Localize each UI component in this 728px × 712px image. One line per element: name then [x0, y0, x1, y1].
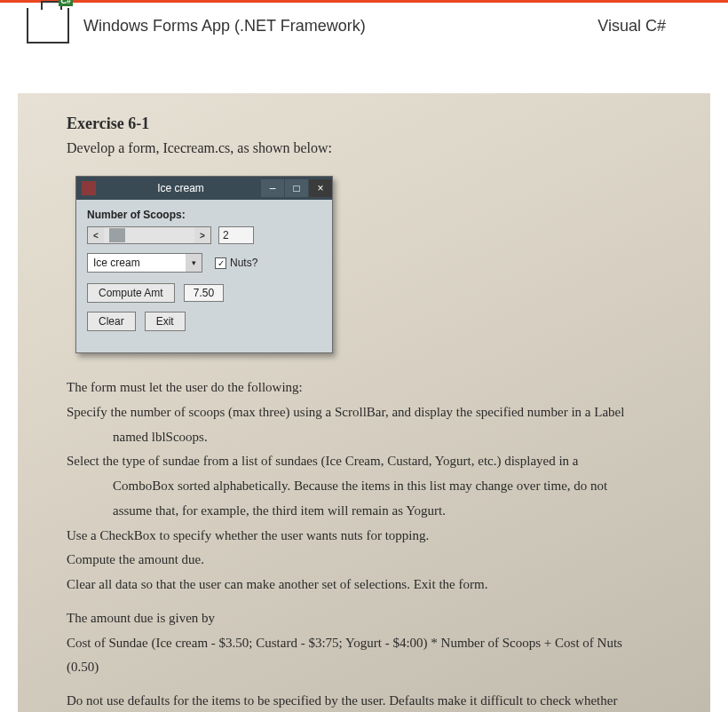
defaults-note: Do not use defaults for the items to be … — [67, 692, 675, 711]
amount-formula-cont: (0.50) — [67, 658, 675, 677]
minimize-button[interactable]: – — [261, 179, 284, 197]
requirement-scoops: Specify the number of scoops (max three)… — [67, 403, 675, 423]
template-language: Visual C# — [597, 17, 666, 36]
form-icon — [82, 181, 96, 195]
exercise-title: Exercise 6-1 — [67, 115, 675, 133]
requirement-sundae-cont1: ComboBox sorted alphabetically. Because … — [67, 477, 675, 496]
form-title: Ice cream — [101, 182, 260, 194]
textbook-photo: Exercise 6-1 Develop a form, Icecream.cs… — [18, 93, 710, 712]
requirement-compute: Compute the amount due. — [67, 550, 675, 570]
close-button[interactable]: × — [309, 179, 332, 197]
exit-button[interactable]: Exit — [145, 312, 186, 331]
titlebar: Ice cream – □ × — [76, 177, 332, 200]
exercise-instructions: The form must let the user do the follow… — [67, 378, 675, 712]
exercise-subtitle: Develop a form, Icecream.cs, as shown be… — [67, 140, 675, 156]
requirement-clear: Clear all data so that the user can make… — [67, 575, 675, 595]
amount-formula: Cost of Sundae (Ice cream - $3.50; Custa… — [67, 634, 675, 653]
requirement-sundae: Select the type of sundae from a list of… — [67, 452, 675, 471]
winforms-template-icon: C# — [27, 8, 69, 44]
template-name: Windows Forms App (.NET Framework) — [83, 17, 597, 36]
nuts-label: Nuts? — [230, 257, 257, 269]
scoops-label: Number of Scoops: — [87, 209, 321, 221]
combobox-selected: Ice cream — [88, 257, 186, 269]
icecream-form-window: Ice cream – □ × Number of Scoops: < > 2 — [75, 176, 333, 353]
lbl-scoops: 2 — [218, 226, 254, 244]
compute-amt-button[interactable]: Compute Amt — [87, 283, 175, 303]
requirement-sundae-cont2: assume that, for example, the third item… — [67, 502, 675, 521]
amount-formula-intro: The amount due is given by — [67, 609, 675, 629]
scroll-track[interactable] — [104, 227, 194, 243]
scroll-right-arrow-icon[interactable]: > — [194, 227, 210, 243]
scroll-left-arrow-icon[interactable]: < — [88, 227, 104, 243]
requirement-nuts: Use a CheckBox to specify whether the us… — [67, 526, 675, 546]
scroll-thumb[interactable] — [109, 228, 125, 242]
checkbox-icon[interactable]: ✓ — [215, 257, 226, 269]
maximize-button[interactable]: □ — [285, 179, 308, 197]
chevron-down-icon[interactable]: ▾ — [186, 254, 202, 272]
csharp-badge-icon: C# — [59, 0, 73, 6]
scoops-scrollbar[interactable]: < > — [87, 226, 211, 244]
instructions-intro: The form must let the user do the follow… — [67, 378, 675, 398]
template-header: C# Windows Forms App (.NET Framework) Vi… — [0, 3, 728, 49]
nuts-checkbox[interactable]: ✓ Nuts? — [215, 257, 257, 269]
amount-output: 7.50 — [184, 284, 224, 302]
clear-button[interactable]: Clear — [87, 312, 136, 331]
sundae-combobox[interactable]: Ice cream ▾ — [87, 253, 202, 273]
requirement-scoops-cont: named lblScoops. — [67, 428, 675, 447]
